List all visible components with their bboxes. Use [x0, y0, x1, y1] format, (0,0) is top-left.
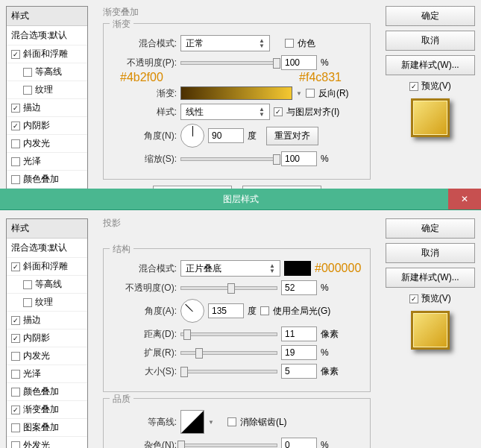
size-slider[interactable]: [180, 370, 277, 373]
window-title: 图层样式: [223, 194, 259, 204]
sidebar-item-checkbox[interactable]: [11, 406, 20, 414]
sidebar-item[interactable]: 描边: [7, 312, 87, 329]
sidebar-item[interactable]: 内阴影: [7, 117, 87, 135]
sidebar-item-checkbox[interactable]: [11, 104, 20, 113]
sidebar-item-checkbox[interactable]: [11, 122, 20, 130]
cancel-button[interactable]: 取消: [386, 243, 475, 263]
sidebar-item-checkbox[interactable]: [11, 139, 20, 148]
new-style-button[interactable]: 新建样式(W)...: [386, 268, 475, 288]
scale-slider[interactable]: [180, 157, 277, 161]
scale-label: 缩放(S):: [110, 153, 177, 165]
sidebar-item-checkbox[interactable]: [11, 175, 20, 184]
gradient-swatch[interactable]: [180, 86, 292, 100]
sidebar-item[interactable]: 外发光: [7, 437, 87, 448]
noise-input[interactable]: 0: [281, 438, 317, 448]
angle-input[interactable]: 135: [208, 303, 244, 318]
sidebar-item-checkbox[interactable]: [23, 298, 32, 307]
reverse-label: 反向(R): [318, 87, 349, 100]
sidebar-item-checkbox[interactable]: [23, 86, 32, 95]
blend-mode-select[interactable]: 正片叠底▲▼: [180, 260, 280, 277]
style-label: 样式:: [110, 106, 177, 119]
preview-checkbox[interactable]: [409, 294, 418, 303]
opacity-slider[interactable]: [180, 286, 277, 290]
reset-align-button[interactable]: 重置对齐: [266, 127, 318, 145]
sidebar-item-label: 外发光: [23, 439, 50, 448]
angle-dial[interactable]: [180, 124, 204, 148]
angle-dial[interactable]: [180, 299, 204, 323]
distance-slider[interactable]: [180, 332, 277, 336]
style-select[interactable]: 线性▲▼: [180, 104, 270, 120]
sidebar-item-checkbox[interactable]: [11, 50, 20, 59]
size-input[interactable]: 5: [281, 364, 317, 379]
global-light-checkbox[interactable]: [260, 306, 269, 315]
sidebar-item[interactable]: 内发光: [7, 135, 87, 153]
sidebar-item-checkbox[interactable]: [23, 68, 32, 77]
opacity-input[interactable]: 100: [281, 55, 317, 70]
sidebar-item-label: 内阴影: [23, 332, 50, 344]
ok-button[interactable]: 确定: [386, 6, 475, 26]
sidebar-item-checkbox[interactable]: [11, 388, 20, 397]
opacity-slider[interactable]: [180, 61, 277, 65]
sidebar-item[interactable]: 内阴影: [7, 329, 87, 347]
sidebar-item-checkbox[interactable]: [11, 352, 20, 361]
dither-checkbox[interactable]: [285, 39, 294, 48]
preview-label: 预览(V): [421, 81, 451, 91]
sidebar-item-checkbox[interactable]: [11, 262, 20, 271]
shadow-hex: #000000: [315, 262, 361, 275]
right-column: 确定 取消 新建样式(W)... 预览(V): [386, 218, 475, 356]
sidebar-item-checkbox[interactable]: [11, 316, 20, 325]
sidebar-item[interactable]: 描边: [7, 99, 87, 117]
sidebar-item[interactable]: 纹理: [7, 81, 87, 99]
sidebar-item[interactable]: 纹理: [7, 294, 87, 312]
preview-swatch: [411, 311, 450, 350]
sidebar-item[interactable]: 等高线: [7, 63, 87, 81]
quality-title: 品质: [110, 393, 133, 406]
angle-input[interactable]: 90: [208, 128, 244, 143]
contour-picker[interactable]: [180, 410, 204, 434]
sidebar-item-checkbox[interactable]: [11, 441, 20, 449]
sidebar-item[interactable]: 斜面和浮雕: [7, 258, 87, 276]
sidebar-item[interactable]: 颜色叠加: [7, 383, 87, 401]
sidebar-item[interactable]: 光泽: [7, 365, 87, 383]
opacity-label: 不透明度(O):: [110, 282, 177, 294]
cancel-button[interactable]: 取消: [386, 31, 475, 51]
sidebar-item-checkbox[interactable]: [11, 370, 20, 379]
sidebar-item-checkbox[interactable]: [23, 280, 32, 289]
spread-slider[interactable]: [180, 351, 277, 355]
sidebar-item-label: 渐变叠加: [23, 403, 59, 416]
style-list-head: 样式: [7, 7, 87, 26]
preview-swatch: [411, 98, 450, 137]
sidebar-item-checkbox[interactable]: [11, 157, 20, 166]
ok-button[interactable]: 确定: [386, 218, 475, 239]
new-style-button[interactable]: 新建样式(W)...: [386, 55, 475, 75]
sidebar-item[interactable]: 颜色叠加: [7, 171, 87, 189]
sidebar-item-checkbox[interactable]: [11, 334, 20, 343]
preview-checkbox[interactable]: [409, 82, 418, 91]
sidebar-item[interactable]: 内发光: [7, 347, 87, 365]
reverse-checkbox[interactable]: [306, 89, 315, 98]
scale-input[interactable]: 100: [281, 151, 317, 166]
distance-input[interactable]: 11: [281, 326, 317, 341]
blend-mode-select[interactable]: 正常▲▼: [180, 35, 270, 51]
style-list-sub[interactable]: 混合选项:默认: [7, 26, 87, 45]
sidebar-item-label: 内阴影: [23, 119, 50, 132]
angle-label: 角度(A):: [110, 305, 177, 318]
noise-slider[interactable]: [180, 444, 277, 447]
sidebar-item-checkbox[interactable]: [11, 423, 20, 432]
antialias-checkbox[interactable]: [227, 417, 236, 426]
align-layer-checkbox[interactable]: [274, 107, 283, 116]
opacity-input[interactable]: 52: [281, 280, 317, 295]
sidebar-item-label: 内发光: [23, 137, 50, 150]
sidebar-item[interactable]: 图案叠加: [7, 419, 87, 437]
shadow-color-swatch[interactable]: [284, 261, 311, 276]
sidebar-item[interactable]: 等高线: [7, 276, 87, 294]
gradient-end-hex: #f4c831: [299, 71, 342, 84]
style-list-sub[interactable]: 混合选项:默认: [7, 239, 87, 258]
sidebar-item-label: 颜色叠加: [23, 173, 59, 186]
close-button[interactable]: ✕: [448, 189, 481, 209]
sidebar-item[interactable]: 渐变叠加: [7, 401, 87, 419]
sidebar-item[interactable]: 光泽: [7, 153, 87, 171]
spread-input[interactable]: 19: [281, 345, 317, 360]
sidebar-item-label: 等高线: [35, 66, 62, 78]
sidebar-item[interactable]: 斜面和浮雕: [7, 45, 87, 63]
